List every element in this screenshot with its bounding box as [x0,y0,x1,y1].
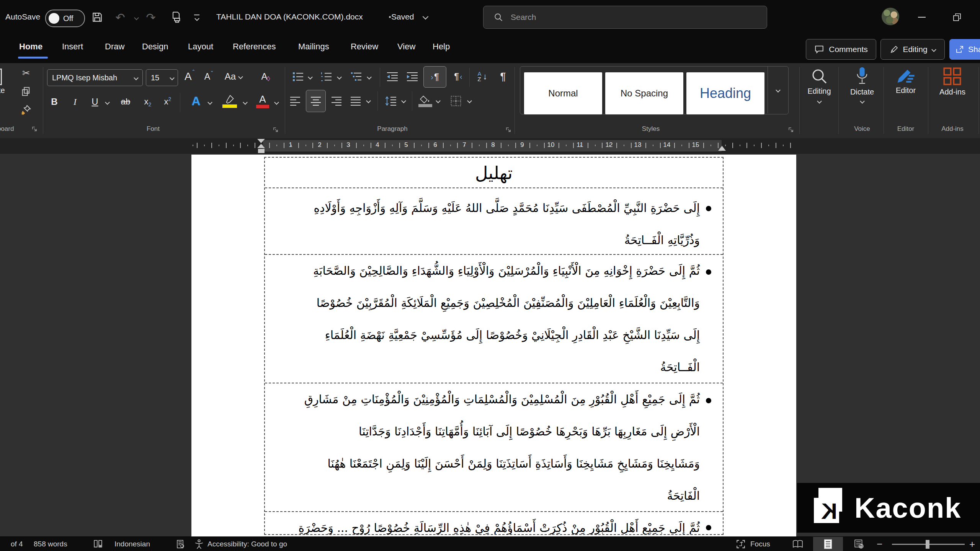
comments-button[interactable]: Comments [806,39,876,60]
editor-button[interactable]: Editor [887,65,924,121]
align-center-button[interactable] [306,90,326,112]
arabic-line[interactable]: إِلَى حَضْرَةِ النَّبِيِّ الْمُصْطَفَى س… [265,192,723,224]
style-heading[interactable]: Heading [686,72,764,114]
style-no-spacing[interactable]: No Spacing [605,72,683,114]
save-status[interactable]: Saved [391,12,414,21]
cut-button[interactable]: ✂ [18,66,34,80]
paragraph-dialog-launcher[interactable] [505,127,512,134]
tab-review[interactable]: Review [351,35,378,58]
font-dialog-launcher[interactable] [273,127,279,134]
superscript-button[interactable]: x2 [158,93,177,111]
shading-chevron-icon[interactable] [436,98,441,103]
borders-chevron-icon[interactable] [467,98,472,103]
addins-button[interactable]: Add-ins [933,65,972,121]
print-layout-button[interactable] [813,537,843,551]
first-line-indent-marker[interactable] [257,139,265,143]
search-input[interactable]: Search [483,6,767,29]
share-button[interactable]: Share [949,39,980,60]
rtl-direction-button[interactable]: › ¶ [423,66,446,88]
shading-button[interactable] [416,91,435,111]
table-row-title[interactable]: تهليل [265,158,723,188]
print-preview-button[interactable] [168,8,185,26]
document-table[interactable]: تهليل إِلَى حَضْرَةِ النَّبِيِّ الْمُصْط… [264,157,724,535]
table-row[interactable]: إِلَى حَضْرَةِ النَّبِيِّ الْمُصْطَفَى س… [265,188,723,255]
show-formatting-button[interactable]: ¶ [495,67,511,86]
document-page[interactable]: تهليل إِلَى حَضْرَةِ النَّبِيِّ الْمُصْط… [191,155,796,536]
multilevel-list-chevron-icon[interactable] [367,75,372,80]
paste-button[interactable]: Paste [0,66,12,95]
proofing-status-button[interactable] [90,537,106,551]
right-indent-marker[interactable] [718,146,726,151]
justify-button[interactable] [347,91,364,111]
underline-button[interactable]: U [87,93,103,111]
undo-chevron-icon[interactable] [134,15,139,20]
subscript-button[interactable]: x2 [139,93,157,111]
line-spacing-button[interactable] [381,91,400,111]
left-indent-marker[interactable] [258,149,265,153]
change-case-button[interactable]: Aa [221,68,246,85]
table-row[interactable]: ثُمَّ إِلَى جَمِيْعِ أَهْلِ الْقُبُوْرِ … [265,383,723,512]
bullet-list-chevron-icon[interactable] [308,75,313,80]
bullet-list-button[interactable] [289,68,307,85]
restore-button[interactable] [949,8,965,26]
customize-qat-button[interactable] [188,8,205,26]
tab-insert[interactable]: Insert [62,35,83,58]
tab-view[interactable]: View [397,35,415,58]
accessibility-status[interactable]: Accessibility: Good to go [194,537,287,551]
strikethrough-button[interactable]: ab [116,93,136,111]
highlight-chevron-icon[interactable] [243,100,248,105]
multilevel-list-button[interactable] [348,68,365,85]
increase-indent-button[interactable] [403,68,421,85]
arabic-line[interactable]: الْفَــاتِحَةُ [265,351,723,383]
language-indicator[interactable]: Indonesian [114,537,150,551]
hanging-indent-marker[interactable] [257,144,265,148]
justify-chevron-icon[interactable] [366,98,371,103]
autosave-toggle[interactable]: Off [45,10,85,27]
numbered-list-chevron-icon[interactable] [337,75,342,80]
shrink-font-button[interactable]: Aˇ [200,68,217,85]
zoom-slider-thumb[interactable] [926,540,929,549]
page-indicator[interactable]: of 4 [11,537,23,551]
arabic-line[interactable]: الْفَاتِحَةُ [265,480,723,512]
arabic-line[interactable]: إِلَى سَيِّدِنَا الشَّيْخِ عَبْدِ الْقَا… [265,319,723,351]
style-normal[interactable]: Normal [524,72,602,114]
font-color-chevron-icon[interactable] [274,100,279,105]
font-name-select[interactable]: LPMQ Isep Misbah [47,69,143,86]
tab-layout[interactable]: Layout [188,35,213,58]
document-arabic-title[interactable]: تهليل [265,158,723,188]
save-button[interactable] [89,8,106,26]
minimize-button[interactable] [913,8,930,26]
zoom-out-button[interactable]: − [877,537,882,551]
clipboard-dialog-launcher[interactable] [31,126,38,133]
editing-group-button[interactable]: Editing [803,65,835,130]
ltr-direction-button[interactable]: ¶ ‹ [449,68,468,85]
read-mode-button[interactable] [789,537,806,551]
styles-gallery-more-button[interactable] [768,67,788,113]
save-status-chevron-icon[interactable] [423,14,429,20]
underline-chevron-icon[interactable] [105,100,110,105]
web-layout-button[interactable] [851,537,867,551]
avatar[interactable] [882,8,899,25]
word-count[interactable]: 858 words [34,537,67,551]
document-canvas[interactable]: تهليل إِلَى حَضْرَةِ النَّبِيِّ الْمُصْط… [0,154,980,536]
tab-home[interactable]: Home [19,35,42,58]
bold-button[interactable]: B [47,93,62,111]
undo-button[interactable]: ↶ [112,8,129,26]
font-size-select[interactable]: 15 [146,69,178,86]
editing-mode-button[interactable]: Editing [880,39,945,60]
text-effects-chevron-icon[interactable] [207,100,212,105]
focus-mode-button[interactable]: Focus [736,537,770,551]
zoom-in-button[interactable]: + [969,537,975,551]
align-left-button[interactable] [286,91,304,111]
dictate-button[interactable]: Dictate [844,65,880,121]
table-row-partial[interactable]: ثُمَّ إِلَى جَمِيْعِ أَهْلِ الْقُبُوْرِ … [265,512,723,534]
italic-button[interactable]: I [67,93,83,111]
borders-button[interactable] [446,91,466,111]
align-right-button[interactable] [328,91,345,111]
grow-font-button[interactable]: Aˆ [181,68,198,85]
arabic-line[interactable]: وَالتَّابِعِيْنَ وَالْعُلَمَاءِ الْعَامِ… [265,287,723,319]
format-painter-button[interactable] [18,103,34,117]
highlight-color-button[interactable] [219,91,240,111]
tab-help[interactable]: Help [433,35,450,58]
page-settings-button[interactable] [173,537,188,551]
